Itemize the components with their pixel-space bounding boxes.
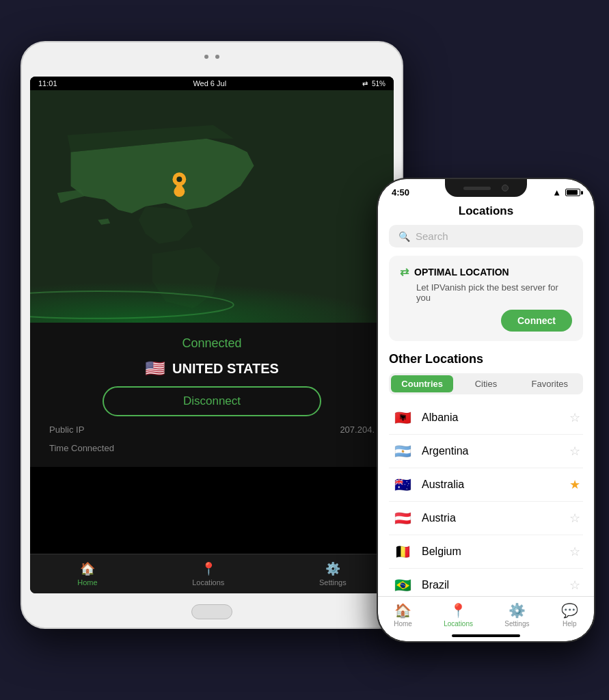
phone-help-icon: 💬 (561, 602, 578, 619)
country-item-australia[interactable]: 🇦🇺 Australia ★ (389, 468, 583, 502)
phone-header: Locations (378, 200, 594, 225)
argentina-favorite-icon[interactable]: ☆ (569, 444, 580, 459)
argentina-flag: 🇦🇷 (392, 443, 414, 459)
phone-nav-help-label: Help (563, 620, 577, 628)
tablet-nav-settings[interactable]: ⚙️ Settings (319, 561, 347, 587)
tab-countries[interactable]: Countries (391, 375, 453, 392)
albania-favorite-icon[interactable]: ☆ (569, 410, 580, 425)
tablet-map (30, 90, 394, 323)
public-ip-value: 207.204. (340, 425, 375, 435)
phone-nav-locations[interactable]: 📍 Locations (444, 602, 473, 628)
tablet-wifi-icon: ⇄ (362, 80, 368, 88)
phone-wifi-icon: ▲ (552, 187, 561, 198)
belgium-favorite-icon[interactable]: ☆ (569, 544, 580, 559)
phone-nav-home-label: Home (394, 620, 412, 628)
search-placeholder: Search (416, 230, 448, 242)
battery-fill (567, 190, 578, 195)
brazil-favorite-icon[interactable]: ☆ (569, 578, 580, 593)
phone: 4:50 ▲ Locations 🔍 Search ⇄ OPTIMAL LOCA… (377, 178, 595, 643)
tablet-home-button[interactable] (191, 604, 232, 619)
tablet-nav-locations[interactable]: 📍 Locations (192, 561, 224, 587)
phone-status-icons: ▲ (552, 187, 580, 198)
tablet-status-bar: 11:01 Wed 6 Jul ⇄ 51% (30, 77, 394, 90)
country-item-albania[interactable]: 🇦🇱 Albania ☆ (389, 401, 583, 435)
home-icon: 🏠 (80, 561, 95, 576)
argentina-name: Argentina (422, 445, 561, 457)
tablet-nav-locations-label: Locations (192, 578, 224, 587)
austria-flag: 🇦🇹 (392, 510, 414, 526)
tablet-camera-area (204, 55, 219, 59)
map-glow (30, 282, 394, 323)
country-item-austria[interactable]: 🇦🇹 Austria ☆ (389, 502, 583, 535)
phone-notch (445, 179, 527, 197)
phone-nav-help[interactable]: 💬 Help (561, 602, 578, 628)
australia-flag: 🇦🇺 (392, 476, 414, 493)
us-flag-icon: 🇺🇸 (145, 359, 165, 378)
phone-screen: 4:50 ▲ Locations 🔍 Search ⇄ OPTIMAL LOCA… (378, 179, 594, 641)
optimal-title-text: OPTIMAL LOCATION (414, 267, 509, 278)
disconnect-button[interactable]: Disconnect (103, 386, 321, 416)
locations-icon: 📍 (201, 561, 216, 576)
austria-name: Austria (422, 512, 561, 524)
australia-name: Australia (422, 479, 561, 491)
tab-favorites[interactable]: Favorites (519, 375, 581, 392)
optimal-connect-button[interactable]: Connect (501, 310, 572, 332)
phone-home-icon: 🏠 (394, 602, 411, 619)
tablet-dot-1 (204, 55, 208, 59)
location-tabs: Countries Cities Favorites (389, 373, 583, 394)
optimal-description: Let IPVanish pick the best server for yo… (400, 282, 572, 303)
phone-home-indicator (452, 634, 520, 637)
settings-icon: ⚙️ (325, 561, 340, 576)
belgium-flag: 🇧🇪 (392, 543, 414, 560)
phone-locations-icon: 📍 (450, 602, 467, 619)
svg-point-4 (176, 176, 182, 182)
country-item-belgium[interactable]: 🇧🇪 Belgium ☆ (389, 535, 583, 569)
country-item-argentina[interactable]: 🇦🇷 Argentina ☆ (389, 435, 583, 468)
tablet-time-details: Time Connected (44, 443, 380, 453)
tablet: 11:01 Wed 6 Jul ⇄ 51% (21, 41, 403, 629)
albania-flag: 🇦🇱 (392, 409, 414, 426)
tablet-nav-home[interactable]: 🏠 Home (77, 561, 97, 587)
tablet-date: Wed 6 Jul (193, 79, 226, 88)
phone-title: Locations (459, 204, 513, 217)
tablet-dot-2 (215, 55, 219, 59)
tablet-connected-status: Connected (182, 336, 241, 351)
phone-nav-settings-label: Settings (504, 620, 529, 628)
optimal-title: ⇄ OPTIMAL LOCATION (400, 265, 572, 278)
search-bar[interactable]: 🔍 Search (389, 225, 583, 247)
search-icon: 🔍 (398, 231, 410, 242)
public-ip-label: Public IP (49, 425, 84, 435)
other-locations-title: Other Locations (389, 352, 583, 366)
tablet-time: 11:01 (38, 79, 57, 88)
australia-favorite-icon[interactable]: ★ (569, 477, 580, 492)
optimal-icon: ⇄ (400, 265, 409, 278)
optimal-location-card: ⇄ OPTIMAL LOCATION Let IPVanish pick the… (389, 256, 583, 341)
tablet-status-icons: ⇄ 51% (362, 80, 385, 88)
brazil-name: Brazil (422, 579, 561, 591)
tablet-screen: 11:01 Wed 6 Jul ⇄ 51% (30, 77, 394, 593)
tablet-nav-settings-label: Settings (319, 578, 347, 587)
phone-battery-icon (565, 189, 580, 196)
phone-nav-settings[interactable]: ⚙️ Settings (504, 602, 529, 628)
phone-time: 4:50 (392, 187, 409, 198)
tab-cities[interactable]: Cities (455, 375, 517, 392)
other-locations-section: Other Locations Countries Cities Favorit… (378, 352, 594, 634)
tablet-country-name: UNITED STATES (172, 361, 279, 377)
belgium-name: Belgium (422, 546, 561, 558)
tablet-battery: 51% (372, 80, 385, 88)
phone-settings-icon: ⚙️ (509, 602, 526, 619)
tablet-nav-home-label: Home (77, 578, 97, 587)
albania-name: Albania (422, 412, 561, 424)
brazil-flag: 🇧🇷 (392, 577, 414, 593)
tablet-connection-info: Connected 🇺🇸 UNITED STATES Disconnect Pu… (30, 323, 394, 467)
tablet-country: 🇺🇸 UNITED STATES (145, 359, 279, 378)
tablet-bottom-nav: 🏠 Home 📍 Locations ⚙️ Settings (30, 554, 394, 593)
phone-speaker (463, 187, 491, 190)
phone-nav-locations-label: Locations (444, 620, 473, 628)
phone-camera (502, 185, 509, 191)
austria-favorite-icon[interactable]: ☆ (569, 511, 580, 526)
tablet-ip-details: Public IP 207.204. (44, 425, 380, 435)
time-connected-label: Time Connected (49, 443, 114, 453)
phone-nav-home[interactable]: 🏠 Home (394, 602, 412, 628)
